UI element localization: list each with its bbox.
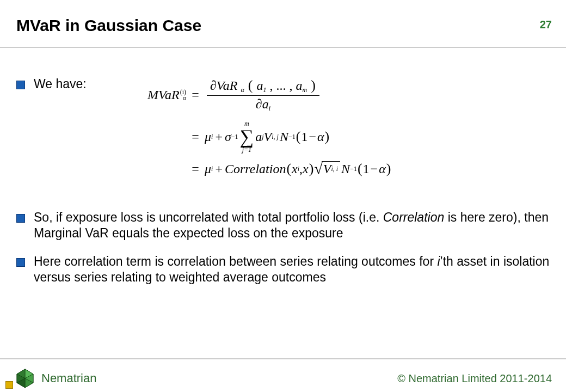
bullet-row-3: Here correlation term is correlation bet… (16, 254, 550, 286)
brand: Nematrian (14, 367, 96, 389)
eq1-lhs-main: MVaR (147, 88, 180, 102)
bullet-text-1: We have: (34, 76, 110, 92)
eq3-equals: = (189, 162, 201, 176)
bullet-row-1: We have: MVaR (i) α = (16, 76, 550, 182)
logo-icon (14, 367, 36, 389)
bullet-icon (16, 258, 25, 267)
eq1-fraction: ∂VaR α ( a1 , ... , am ) ∂ai (207, 77, 319, 113)
equation-line-2: = μi + σ−1 m ∑ j=1 aj Vi, j N−1 ( (126, 120, 391, 153)
bullet-text-2: So, if exposure loss is uncorrelated wit… (34, 210, 550, 242)
slide-title: MVaR in Gaussian Case (16, 16, 201, 35)
slide: MVaR in Gaussian Case 27 We have: MVaR (… (0, 0, 566, 392)
slide-footer: Nematrian © Nematrian Limited 2011-2014 (0, 358, 566, 392)
bullet-row-2: So, if exposure loss is uncorrelated wit… (16, 210, 550, 242)
slide-header: MVaR in Gaussian Case 27 (0, 0, 566, 48)
brand-name: Nematrian (41, 371, 96, 385)
eq1-lhs-supsub: (i) α (180, 89, 186, 101)
eq1-equals: = (189, 88, 201, 102)
sum-icon: m ∑ j=1 (240, 120, 254, 153)
bullet-text-3: Here correlation term is correlation bet… (34, 254, 550, 286)
eq2-equals: = (189, 130, 201, 144)
slide-number: 27 (540, 19, 552, 31)
slide-content: We have: MVaR (i) α = (16, 54, 550, 286)
equation-block: MVaR (i) α = ∂VaR α ( (126, 77, 391, 182)
corner-resize-icon (5, 381, 13, 389)
equation-line-1: MVaR (i) α = ∂VaR α ( (126, 77, 391, 113)
sqrt-icon: √ Vi, i (314, 161, 340, 176)
bullet-icon (16, 214, 25, 223)
bullet-icon (16, 81, 25, 89)
copyright: © Nematrian Limited 2011-2014 (397, 372, 552, 385)
equation-line-3: = μi + Correlation ( xi , x ) √ Vi (126, 161, 391, 177)
